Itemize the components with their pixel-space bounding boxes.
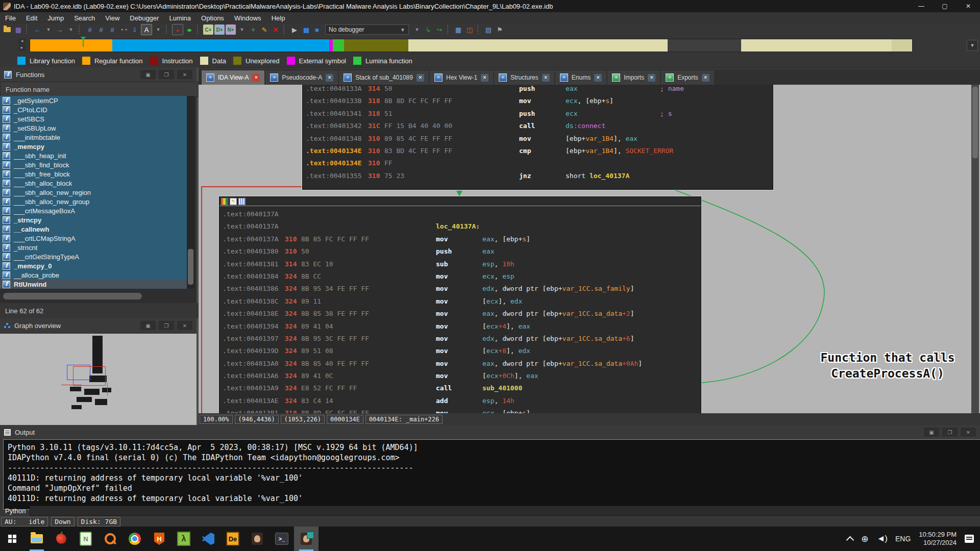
- tab-close-icon[interactable]: ✕: [594, 74, 602, 82]
- output-console[interactable]: Python 3.10.11 (tags/v3.10.11:7d4cc5a, A…: [3, 439, 980, 510]
- notepad-plus-plus-icon[interactable]: N: [74, 527, 98, 551]
- function-list-item[interactable]: f_memcpy: [0, 142, 187, 151]
- disasm-line[interactable]: .text:0040137A3108B 85 FC FC FF FFmoveax…: [219, 234, 701, 246]
- disasm-line[interactable]: .text:0040133B3188B 8D FC FC FF FFmovecx…: [303, 95, 773, 108]
- network-globe-icon[interactable]: ⊕: [861, 534, 868, 544]
- tab-stack-of-sub-401089[interactable]: ≡Stack of sub_401089✕: [339, 70, 429, 85]
- function-list-item[interactable]: f___sbh_free_block: [0, 169, 187, 179]
- function-list-item[interactable]: f_getSystemCP: [0, 96, 187, 105]
- jump-binary-icon[interactable]: #: [107, 24, 117, 35]
- function-list-item[interactable]: f___sbh_alloc_block: [0, 179, 187, 188]
- navigator-band[interactable]: [30, 39, 913, 52]
- undefine-icon[interactable]: ✕: [271, 24, 281, 35]
- function-list-item[interactable]: f___sbh_alloc_new_region: [0, 188, 187, 197]
- debugger-selector[interactable]: No debugger ▼: [325, 24, 409, 35]
- tab-close-icon[interactable]: ✕: [648, 74, 655, 82]
- disasm-block-loc40137A[interactable]: ✎ .text:0040137A.text:0040137Aloc_40137A…: [219, 196, 701, 413]
- function-name-column-header[interactable]: Function name: [0, 82, 201, 97]
- function-list-item[interactable]: f_memcpy_0: [0, 261, 187, 270]
- maximize-button[interactable]: ▢: [933, 0, 957, 12]
- vscode-icon[interactable]: [196, 527, 220, 551]
- tab-structures[interactable]: ≡Structures✕: [494, 70, 554, 85]
- disasm-line[interactable]: .text:0040138131483 EC 10subesp, 10h: [219, 259, 701, 271]
- disasm-block-connect[interactable]: .text:0040133A31450pusheax; name.text:00…: [302, 85, 773, 190]
- action-center-icon[interactable]: [965, 535, 974, 543]
- menu-item-jump[interactable]: Jump: [42, 12, 69, 23]
- tab-close-icon[interactable]: ✕: [252, 74, 260, 82]
- dock-restore-icon[interactable]: ▣: [140, 321, 156, 330]
- tab-imports[interactable]: ≡Imports✕: [607, 70, 660, 85]
- function-list-horizontal-scrollbar[interactable]: [3, 293, 142, 299]
- tab-ida-view-a[interactable]: ≡IDA View-A✕: [202, 70, 264, 85]
- menu-item-debugger[interactable]: Debugger: [125, 12, 164, 23]
- function-list-item[interactable]: f___initmbctable: [0, 133, 187, 142]
- ida-active-app-icon[interactable]: [294, 527, 318, 551]
- close-button[interactable]: ✕: [957, 0, 980, 12]
- function-list-item[interactable]: f_setSBCS: [0, 114, 187, 123]
- function-list-item[interactable]: f___sbh_heap_init: [0, 151, 187, 160]
- function-list-item[interactable]: fRtlUnwind: [0, 280, 187, 289]
- dock-restore-icon[interactable]: ▣: [140, 70, 156, 79]
- function-list-item[interactable]: f_strncnt: [0, 243, 187, 252]
- tab-exports[interactable]: ≡Exports✕: [661, 70, 714, 85]
- graph-overview-minimap[interactable]: [0, 334, 197, 425]
- navigator-dropdown-icon[interactable]: ▼: [967, 40, 978, 51]
- disasm-line[interactable]: .text:0040137Aloc_40137A:: [219, 221, 701, 233]
- step-over-icon[interactable]: ↪: [434, 24, 445, 35]
- dock-close-icon[interactable]: ✕: [177, 70, 192, 79]
- add-function-icon[interactable]: ＋: [248, 24, 258, 35]
- dock-restore-icon[interactable]: ▣: [924, 428, 939, 437]
- ida-pro-icon[interactable]: [245, 527, 270, 551]
- pepper-app-icon[interactable]: [49, 527, 74, 551]
- function-list-item[interactable]: f___sbh_find_block: [0, 160, 187, 169]
- menu-item-edit[interactable]: Edit: [21, 12, 42, 23]
- disasm-line[interactable]: .text:004013863248B 95 34 FE FF FFmovedx…: [219, 283, 701, 295]
- tab-close-icon[interactable]: ✕: [416, 74, 424, 82]
- function-list-item[interactable]: f___crtLCMapStringA: [0, 234, 187, 243]
- dock-close-icon[interactable]: ✕: [961, 428, 976, 437]
- jump-down-icon[interactable]: ⇓: [130, 24, 140, 35]
- detect-it-easy-icon[interactable]: De: [220, 527, 245, 551]
- disasm-line[interactable]: .text:004013AE32483 C4 14addesp, 14h: [219, 395, 701, 408]
- tab-close-icon[interactable]: ✕: [481, 74, 488, 82]
- make-code-icon[interactable]: C+: [203, 24, 213, 35]
- text-view-icon[interactable]: A: [141, 24, 152, 35]
- tab-close-icon[interactable]: ✕: [702, 74, 709, 82]
- tab-hex-view-1[interactable]: ≡Hex View-1✕: [430, 70, 493, 85]
- menu-item-help[interactable]: Help: [266, 12, 290, 23]
- disasm-line[interactable]: .text:0040134E310FF: [303, 158, 773, 170]
- powershell-icon[interactable]: >_: [270, 527, 294, 551]
- function-list-vertical-scrollbar[interactable]: [187, 96, 194, 289]
- disasm-line[interactable]: .text:0040134131851pushecx; s: [303, 108, 773, 120]
- pause-process-icon[interactable]: ▮▮: [301, 24, 311, 35]
- debugger-windows-icon[interactable]: ◫: [464, 24, 475, 35]
- hxd-hex-editor-icon[interactable]: H: [147, 527, 172, 551]
- menu-item-windows[interactable]: Windows: [229, 12, 266, 23]
- nav-scroll-left-icon[interactable]: ◄: [18, 38, 26, 44]
- menu-item-lumina[interactable]: Lumina: [164, 12, 196, 23]
- disasm-line[interactable]: .text:0040138C32489 11mov[ecx], edx: [219, 296, 701, 308]
- function-list-item[interactable]: f___crtGetStringTypeA: [0, 252, 187, 261]
- disasm-line[interactable]: .text:004013A03248B 85 40 FE FF FFmoveax…: [219, 358, 701, 370]
- back-dropdown-icon[interactable]: ▼: [43, 24, 54, 35]
- graph-view-canvas[interactable]: .text:0040133A31450pusheax; name.text:00…: [199, 85, 980, 413]
- dock-float-icon[interactable]: ❐: [159, 70, 174, 79]
- menu-item-file[interactable]: File: [0, 12, 21, 23]
- block-title-strip[interactable]: ✎: [219, 197, 701, 206]
- chrome-icon[interactable]: [122, 527, 147, 551]
- save-icon[interactable]: ▦: [13, 24, 23, 35]
- canvas-vertical-scrollbar[interactable]: [971, 85, 979, 413]
- edit-icon[interactable]: ✎: [259, 24, 270, 35]
- navigate-back-icon[interactable]: ←: [32, 24, 42, 35]
- view-dropdown-icon[interactable]: ▼: [153, 24, 163, 35]
- forward-dropdown-icon[interactable]: ▼: [66, 24, 76, 35]
- block-color-icon[interactable]: [221, 198, 228, 205]
- disasm-line[interactable]: .text:0040138031050pusheax: [219, 246, 701, 258]
- disasm-line[interactable]: .text:004013A9324E8 52 FC FF FFcallsub_4…: [219, 383, 701, 395]
- python-command-input[interactable]: [30, 506, 980, 516]
- taskbar-clock[interactable]: 10:50:29 PM 10/27/2024: [919, 531, 957, 547]
- function-list-item[interactable]: f__callnewh: [0, 224, 187, 234]
- stop-process-icon[interactable]: ■: [312, 24, 322, 35]
- disasm-line[interactable]: .text:0040134E31083 BD 4C FE FF FFcmp[eb…: [303, 145, 773, 158]
- menu-item-options[interactable]: Options: [196, 12, 229, 23]
